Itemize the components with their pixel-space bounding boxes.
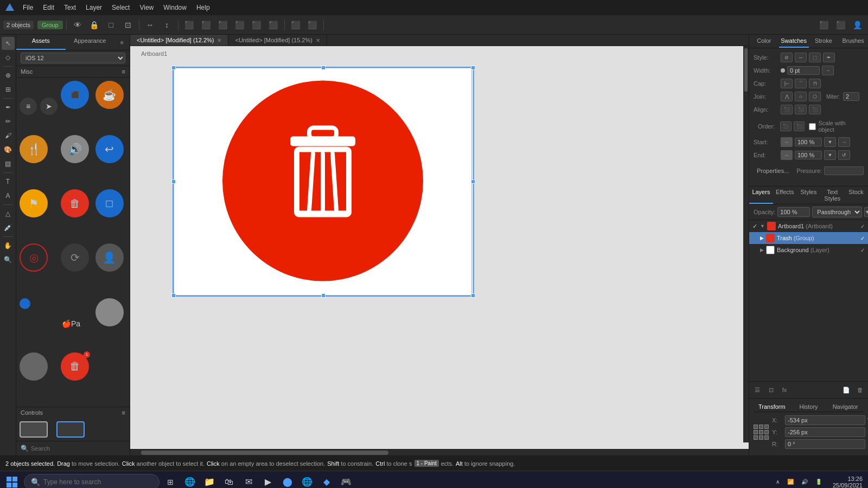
layers-fx-icon[interactable]: fx [778, 384, 790, 396]
tab-brushes[interactable]: Brushes [838, 35, 868, 48]
asset-red-circle-small[interactable]: 1 🗑 [61, 352, 89, 381]
ref-tl[interactable] [754, 425, 758, 429]
asset-yellow-circle[interactable]: 🍴 [20, 135, 48, 163]
clip-btn[interactable]: ⊡ [120, 17, 136, 33]
taskbar-browser-2[interactable]: 🌐 [298, 473, 316, 489]
group-label[interactable]: Group [37, 21, 63, 29]
order-below-btn[interactable]: ⬛ [780, 121, 792, 131]
tab-layers[interactable]: Layers [749, 187, 773, 204]
asset-blue-dot[interactable] [20, 298, 30, 309]
align-right-btn[interactable]: ⬛ [215, 17, 231, 33]
y-input[interactable] [785, 427, 865, 437]
canvas-scrollbar-vertical[interactable] [743, 46, 749, 442]
canvas-scrollbar-horizontal[interactable] [130, 449, 749, 455]
taskbar-mail[interactable]: ✉ [240, 473, 257, 489]
canvas-scrollbar-thumb-h[interactable] [141, 451, 388, 455]
taskbar-taskview[interactable]: ⊞ [162, 473, 179, 489]
tab-history[interactable]: History [790, 402, 827, 412]
tab-assets[interactable]: Assets [16, 35, 66, 50]
join-bevel-btn[interactable]: ⬡ [809, 92, 821, 101]
style-inner-btn[interactable]: ⬚ [809, 53, 821, 62]
x-input[interactable] [785, 415, 865, 425]
tray-show-hidden[interactable]: ∧ [774, 478, 782, 486]
text-tool[interactable]: T [2, 175, 15, 188]
menu-help[interactable]: Help [192, 3, 214, 12]
canvas-tab-2[interactable]: <Untitled> [Modified] (15.2%) ✕ [228, 35, 327, 46]
width-input[interactable] [787, 66, 820, 75]
mask-btn[interactable]: □ [104, 17, 119, 33]
r-input[interactable] [785, 439, 865, 449]
blend-mode-select[interactable]: Passthrough [812, 207, 862, 217]
menu-select[interactable]: Select [107, 3, 134, 12]
start-button[interactable] [2, 472, 22, 489]
align-bottom-btn[interactable]: ⬛ [266, 17, 281, 33]
crop-tool[interactable]: ⊞ [2, 83, 15, 96]
menu-layer[interactable]: Layer [81, 3, 106, 12]
pencil-tool[interactable]: ✏ [2, 115, 15, 128]
canvas-tab-1-close[interactable]: ✕ [217, 37, 221, 43]
layers-add-icon[interactable]: ☰ [751, 384, 763, 396]
ref-bl[interactable] [754, 435, 758, 440]
pressure-input[interactable] [824, 166, 864, 175]
end-dropdown[interactable]: ▼ [824, 150, 836, 160]
align-inside-btn[interactable]: ⬛ [781, 105, 793, 114]
style-solid-btn[interactable]: ─ [795, 53, 807, 62]
ctrl-item-1[interactable] [20, 421, 48, 438]
end-input[interactable] [795, 151, 822, 159]
asset-blue-circle[interactable]: ⬛ [61, 81, 89, 109]
artistic-text-tool[interactable]: A [2, 189, 15, 202]
assets-search-input[interactable] [31, 445, 125, 452]
tab-stock[interactable]: Stock [844, 187, 868, 204]
tab-effects[interactable]: Effects [773, 187, 797, 204]
lock-btn[interactable]: 🔒 [87, 17, 102, 33]
layers-new-icon[interactable]: 📄 [840, 384, 852, 396]
taskbar-search[interactable]: 🔍 [24, 474, 159, 489]
menu-file[interactable]: File [18, 3, 37, 12]
layers-mask-icon[interactable]: ⊡ [765, 384, 777, 396]
tab-navigator[interactable]: Navigator [827, 402, 864, 412]
ref-bc[interactable] [759, 435, 763, 440]
align-top-btn[interactable]: ⬛ [232, 17, 247, 33]
asset-speaker-circle[interactable]: 🔊 [61, 135, 89, 163]
miter-input[interactable] [843, 92, 859, 101]
taskbar-store[interactable]: 🛍 [220, 473, 238, 489]
tray-battery[interactable]: 🔋 [813, 478, 824, 486]
ref-ml[interactable] [754, 430, 758, 434]
artboard-visibility[interactable]: ✓ [860, 223, 865, 229]
persona-pixel-btn[interactable]: ⬛ [816, 17, 831, 33]
asset-gray-circle[interactable] [95, 298, 124, 326]
menu-text[interactable]: Text [60, 3, 80, 12]
tab-color[interactable]: Color [749, 35, 779, 48]
canvas-viewport[interactable]: Artboard1 [130, 46, 749, 449]
brush-tool[interactable]: 🖌 [2, 129, 15, 142]
system-clock[interactable]: 13:26 25/09/2021 [829, 474, 866, 489]
tab-stroke[interactable]: Stroke [809, 35, 839, 48]
zoom-view-tool[interactable]: 🔍 [2, 253, 15, 266]
tab-appearance[interactable]: Appearance [66, 35, 115, 50]
asset-spinner[interactable]: ⟳ [61, 243, 89, 272]
asset-apple-text[interactable]: 🍎Pa [61, 298, 92, 349]
align-center-btn[interactable]: ⬛ [795, 105, 807, 114]
taskbar-app2[interactable]: 🎮 [337, 473, 355, 489]
taskbar-browser-edge[interactable]: 🌐 [181, 473, 199, 489]
ref-tr[interactable] [764, 425, 769, 429]
visibility-btn[interactable]: 👁 [70, 17, 85, 33]
asset-blue-square-circle[interactable]: □ [95, 189, 124, 217]
tray-network[interactable]: 📶 [785, 478, 796, 486]
flip-h-btn[interactable]: ↔ [143, 17, 158, 33]
style-none-btn[interactable]: ⊘ [781, 53, 793, 62]
taskbar-media[interactable]: ▶ [259, 473, 277, 489]
order-above-btn[interactable]: ⬛ [794, 121, 805, 131]
asset-orange-circle[interactable]: ☕ [95, 81, 124, 109]
align-center-v-btn[interactable]: ⬛ [249, 17, 264, 33]
ctrl-item-2[interactable] [56, 421, 85, 438]
align-left-btn[interactable]: ⬛ [182, 17, 197, 33]
fill-tool[interactable]: ▧ [2, 157, 15, 170]
cap-round-btn[interactable]: ⌒ [795, 79, 807, 88]
flip-v-btn[interactable]: ↕ [159, 17, 175, 33]
start-input[interactable] [795, 138, 822, 146]
zoom-tool[interactable]: ⊕ [2, 69, 15, 82]
select-tool[interactable]: ↖ [2, 37, 15, 50]
user-btn[interactable]: 👤 [850, 17, 865, 33]
eyedropper-tool[interactable]: 💉 [2, 221, 15, 234]
